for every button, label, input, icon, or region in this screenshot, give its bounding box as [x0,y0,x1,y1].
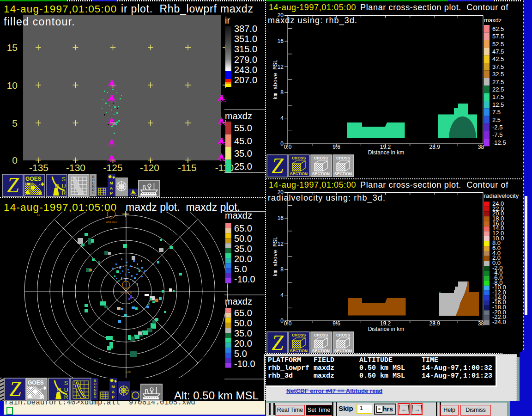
svg-text:0.0: 0.0 [284,144,292,150]
svg-text:207.0: 207.0 [234,75,257,85]
svg-text:-130: -130 [66,162,85,173]
svg-text:-10.0: -10.0 [234,359,255,369]
svg-text:38: 38 [478,320,484,327]
svg-text:52.5: 52.5 [492,41,504,48]
svg-text:8: 8 [280,89,284,96]
svg-text:50.0: 50.0 [234,233,252,244]
svg-text:315.0: 315.0 [234,44,257,54]
svg-text:57.5: 57.5 [492,33,504,40]
svg-text:14-aug-1997,01:05:00: 14-aug-1997,01:05:00 [269,180,356,190]
svg-text:2.5: 2.5 [492,116,501,123]
svg-text:Planar cross-section plot. Co: Planar cross-section plot. Contour of [360,3,508,12]
svg-text:38: 38 [478,144,484,150]
svg-text:km above MSL: km above MSL [272,237,279,276]
svg-text:15: 15 [7,42,18,53]
svg-text:22.5: 22.5 [492,86,504,93]
svg-text:37.5: 37.5 [492,63,504,70]
svg-text:32.5: 32.5 [492,71,504,78]
svg-text:62.5: 62.5 [492,25,504,32]
svg-text:4: 4 [280,115,284,122]
svg-text:-135: -135 [29,162,48,173]
svg-text:-7.5: -7.5 [492,131,502,138]
svg-text:b=-125-8: b=-125-8 [121,291,132,294]
svg-text:27.5: 27.5 [492,79,504,86]
svg-text:Distance in km: Distance in km [368,149,405,156]
svg-text:50.0: 50.0 [234,318,252,328]
svg-text:8: 8 [280,266,284,273]
svg-text:filled contour.: filled contour. [4,16,75,28]
svg-text:-12.5: -12.5 [492,139,506,146]
svg-text:0: 0 [12,155,18,165]
svg-text:10: 10 [37,214,40,216]
svg-text:5.0: 5.0 [234,349,247,359]
svg-text:14-aug-1997,01:05:00: 14-aug-1997,01:05:00 [4,3,117,15]
svg-text:17.5: 17.5 [492,93,504,100]
svg-text:maxdz: maxdz [225,210,252,220]
svg-text:20.0: 20.0 [234,338,252,349]
svg-text:4: 4 [280,292,284,299]
svg-text:65.0: 65.0 [234,308,252,318]
svg-text:radialvelocity using: rhb_3d.: radialvelocity using: rhb_3d. [268,193,386,203]
svg-text:5: 5 [12,118,18,128]
svg-text:28.9: 28.9 [429,144,441,150]
svg-text:55.0: 55.0 [234,123,252,133]
svg-text:351.0: 351.0 [234,34,257,44]
svg-text:maxdz: maxdz [225,111,252,121]
svg-text:-125: -125 [103,162,122,173]
svg-text:7.5: 7.5 [492,109,501,116]
svg-text:ir plot. Rhb_lowprf maxdz: ir plot. Rhb_lowprf maxdz [121,3,254,15]
svg-text:-120: -120 [140,162,159,173]
svg-text:35.0: 35.0 [234,244,252,254]
svg-text:0.0: 0.0 [284,320,292,327]
svg-text:ir: ir [225,15,230,25]
svg-text:-125: -125 [125,370,131,373]
svg-text:42.5: 42.5 [492,55,504,62]
svg-text:45.0: 45.0 [234,136,252,146]
svg-text:0: 0 [280,141,284,147]
svg-text:20: 20 [278,12,284,18]
svg-text:maxdz plot. maxdz plot.: maxdz plot. maxdz plot. [126,201,240,213]
svg-text:14-aug-1997,01:05:00: 14-aug-1997,01:05:00 [4,202,117,213]
svg-text:-115: -115 [178,162,196,173]
svg-text:-10.0: -10.0 [234,274,255,284]
svg-text:Distance in km: Distance in km [368,326,405,332]
svg-text:25.0: 25.0 [234,161,252,171]
svg-text:maxdz: maxdz [225,296,252,306]
svg-text:9.6: 9.6 [332,320,340,327]
svg-text:28.9: 28.9 [429,320,441,327]
svg-text:Planar cross-section plot. Co: Planar cross-section plot. Contour of [360,180,508,190]
svg-text:20.0: 20.0 [234,254,252,264]
svg-text:5.0: 5.0 [234,264,247,274]
svg-text:12.5: 12.5 [492,101,504,108]
svg-text:35.0: 35.0 [234,328,252,338]
svg-text:0: 0 [280,318,284,324]
svg-text:387.0: 387.0 [234,24,257,34]
svg-text:35.0: 35.0 [234,148,252,159]
svg-text:9.6: 9.6 [332,144,340,150]
svg-text:radialvelocity: radialvelocity [484,192,519,199]
svg-text:243.0: 243.0 [234,65,257,75]
svg-text:16: 16 [278,38,284,44]
svg-text:-2.5: -2.5 [492,124,502,131]
svg-text:10: 10 [7,80,18,91]
svg-text:65.0: 65.0 [234,223,252,233]
svg-text:14-aug-1997,01:05:00: 14-aug-1997,01:05:00 [269,3,356,12]
svg-text:16: 16 [278,215,284,221]
svg-text:Alt: 0.50 km MSL: Alt: 0.50 km MSL [174,389,259,401]
svg-text:wha-met: wha-met [105,220,116,223]
svg-text:20: 20 [278,189,284,196]
svg-text:maxdz: maxdz [484,17,502,24]
svg-text:279.0: 279.0 [234,55,257,65]
svg-text:47.5: 47.5 [492,48,504,55]
svg-text:km above MSL: km above MSL [272,60,279,99]
svg-text:-24.0: -24.0 [492,318,506,325]
